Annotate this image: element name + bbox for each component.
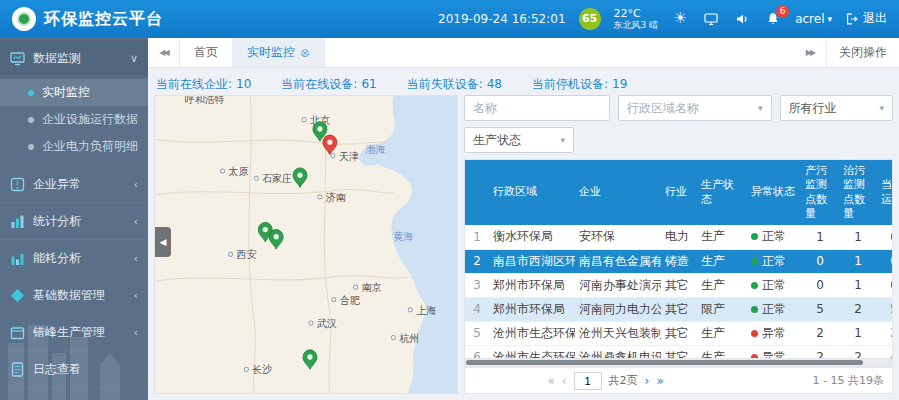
page-number-input[interactable] — [574, 372, 602, 390]
city-label: 天津 — [339, 151, 359, 162]
chevron-down-icon: ∨ — [130, 52, 138, 65]
content-area: 当前在线企业:10 当前在线设备:61 当前失联设备:48 当前停机设备:19 — [148, 68, 899, 400]
bell-icon[interactable]: 6 — [764, 10, 782, 28]
user-menu[interactable]: acrel ▾ — [795, 12, 832, 26]
horizontal-scrollbar[interactable] — [464, 359, 893, 368]
stats-bar: 当前在线企业:10 当前在线设备:61 当前失联设备:48 当前停机设备:19 — [154, 73, 893, 95]
sea-label: 渤海 — [366, 143, 386, 154]
col-abnormal-status: 异常状态 — [747, 160, 801, 225]
app-window: 环保监控云平台 2019-09-24 16:52:01 65 22°C 东北风3… — [0, 0, 899, 400]
close-operations-button[interactable]: 关闭操作 — [826, 38, 899, 67]
table-row[interactable]: 3 郑州市环保局 河南办事处演示 其它 生产 正常 0 1 0 — [465, 273, 893, 297]
first-page-icon[interactable]: « — [547, 374, 554, 388]
col-prod-status: 生产状态 — [697, 160, 747, 225]
monitor-chart-icon — [10, 51, 25, 66]
monitor-screen-icon[interactable] — [702, 10, 720, 28]
sidebar-item-production-scheduling[interactable]: 错峰生产管理 ‹ — [0, 314, 148, 351]
sidebar-subitem-realtime-monitoring[interactable]: 实时监控 — [0, 79, 148, 106]
sidebar-item-energy-analysis[interactable]: 能耗分析 ‹ — [0, 240, 148, 277]
sidebar-item-enterprise-abnormal[interactable]: 企业异常 ‹ — [0, 166, 148, 203]
aqi-badge: 65 — [579, 8, 601, 30]
last-page-icon[interactable]: » — [656, 374, 663, 388]
status-dot — [751, 282, 758, 289]
table-row-selected[interactable]: 2 南昌市西湖区环 南昌有色金属有 铸造 生产 正常 0 1 0 — [465, 249, 893, 273]
record-range-label: 1 - 15 共19条 — [813, 373, 884, 388]
industry-select[interactable]: 所有行业 ▾ — [780, 95, 893, 121]
stat-online-enterprises: 当前在线企业:10 — [156, 76, 251, 93]
alert-square-icon — [10, 177, 25, 192]
city-label: 南京 — [362, 282, 382, 293]
sidebar-submenu: 实时监控 企业设施运行数据 企业电力负荷明细 — [0, 77, 148, 166]
city-label: 西安 — [236, 249, 256, 260]
tab-bar: ◀◀ 首页 实时监控 ⊗ ▶▶ 关闭操作 — [148, 38, 899, 68]
sidebar-item-base-data[interactable]: 基础数据管理 ‹ — [0, 277, 148, 314]
bullet-icon — [28, 90, 34, 96]
name-input-field — [464, 95, 610, 121]
chevron-down-icon: ▾ — [879, 103, 884, 113]
col-region: 行政区域 — [489, 160, 575, 225]
chevron-left-icon: ‹ — [134, 252, 138, 265]
map-panel[interactable]: 呼和浩特 北京 天津 太原 石家庄 济南 西安 南京 合肥 上海 武汉 杭州 — [154, 95, 458, 394]
table-row-highlighted[interactable]: 4 郑州市环保局 河南同力电力公 其它 限产 正常 5 2 5 — [465, 297, 893, 321]
status-dot — [751, 306, 758, 313]
app-title: 环保监控云平台 — [44, 9, 163, 30]
notification-badge: 6 — [776, 5, 789, 18]
sidebar-item-label: 基础数据管理 — [33, 287, 105, 304]
table-row[interactable]: 1 衡水环保局 安环保 电力 生产 正常 1 1 0 — [465, 225, 893, 249]
tabs-scroll-right-icon[interactable]: ▶▶ — [794, 38, 826, 67]
enterprise-panel: 行政区域名称 ▾ 所有行业 ▾ 生产状态 ▾ — [464, 95, 893, 394]
production-status-select[interactable]: 生产状态 ▾ — [464, 127, 574, 153]
next-page-icon[interactable]: › — [645, 374, 650, 388]
bar-chart-icon — [10, 251, 25, 266]
chevron-down-icon: ▾ — [827, 14, 832, 24]
col-index — [465, 160, 489, 225]
datetime: 2019-09-24 16:52:01 — [438, 12, 565, 26]
city-label: 武汉 — [317, 318, 337, 329]
close-tab-icon[interactable]: ⊗ — [300, 46, 310, 60]
col-treatment-points: 治污监测点数量 — [839, 160, 877, 225]
col-company: 企业 — [575, 160, 661, 225]
bar-chart-icon — [10, 214, 25, 229]
sidebar-subitem-power-load-detail[interactable]: 企业电力负荷明细 — [0, 133, 148, 160]
tabs-scroll-left-icon[interactable]: ◀◀ — [148, 38, 180, 67]
tab-realtime-monitoring[interactable]: 实时监控 ⊗ — [233, 38, 325, 67]
sidebar-item-label: 错峰生产管理 — [33, 324, 105, 341]
table-header-row: 行政区域 企业 行业 生产状态 异常状态 产污监测点数量 治污监测点数量 当前运… — [465, 160, 893, 225]
chevron-down-icon: ▾ — [758, 103, 763, 113]
scrollbar-thumb[interactable] — [466, 360, 863, 365]
city-label: 杭州 — [398, 332, 419, 343]
col-pollution-points: 产污监测点数量 — [801, 160, 839, 225]
sidebar-subitem-label: 企业设施运行数据 — [42, 111, 138, 128]
name-input[interactable] — [473, 101, 601, 115]
calendar-icon — [10, 325, 25, 340]
sidebar-item-statistics[interactable]: 统计分析 ‹ — [0, 203, 148, 240]
china-map: 呼和浩特 北京 天津 太原 石家庄 济南 西安 南京 合肥 上海 武汉 杭州 — [155, 96, 457, 393]
sidebar-item-log-view[interactable]: 日志查看 — [0, 351, 148, 388]
sea-label: 黄海 — [393, 231, 413, 242]
speaker-icon[interactable] — [733, 10, 751, 28]
col-current-running: 当前运行 — [877, 160, 893, 225]
city-label: 长沙 — [252, 364, 272, 375]
table-row[interactable]: 5 沧州市生态环保 沧州天兴包装制 其它 生产 异常 2 1 3 — [465, 321, 893, 345]
pagination-bar: « ‹ 共2页 › » 1 - 15 共19条 — [464, 368, 893, 394]
map-collapse-button[interactable]: ◀ — [155, 227, 171, 257]
bullet-icon — [28, 117, 34, 123]
status-dot — [751, 258, 758, 265]
tab-home[interactable]: 首页 — [180, 38, 233, 67]
total-pages-label: 共2页 — [609, 373, 638, 388]
prev-page-icon[interactable]: ‹ — [562, 374, 567, 388]
logout-button[interactable]: 退出 — [845, 10, 887, 27]
username: acrel — [795, 12, 824, 26]
logout-icon — [845, 12, 859, 26]
status-dot — [751, 233, 758, 240]
table-row[interactable]: 6 沧州市生态环保 沧州鼎鑫机电设 其它 生产 异常 2 2 4 — [465, 345, 893, 359]
filter-row-2: 生产状态 ▾ — [464, 127, 893, 153]
sidebar-subitem-label: 实时监控 — [42, 84, 90, 101]
filter-row-1: 行政区域名称 ▾ 所有行业 ▾ — [464, 95, 893, 121]
sidebar-item-label: 日志查看 — [33, 361, 81, 378]
sidebar-item-label: 企业异常 — [33, 176, 81, 193]
sidebar-item-data-monitoring[interactable]: 数据监测 ∨ — [0, 40, 148, 77]
region-select[interactable]: 行政区域名称 ▾ — [618, 95, 772, 121]
diamond-icon — [10, 288, 25, 303]
sidebar-subitem-facility-data[interactable]: 企业设施运行数据 — [0, 106, 148, 133]
